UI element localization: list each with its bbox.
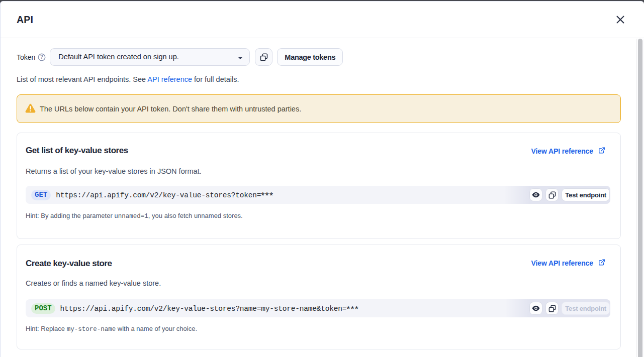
- svg-text:?: ?: [40, 54, 43, 60]
